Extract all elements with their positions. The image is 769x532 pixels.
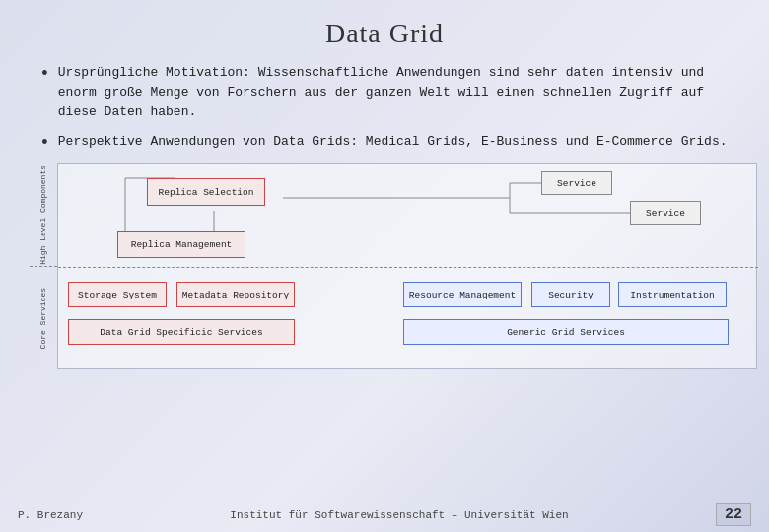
replica-selection-box: Replica Selection xyxy=(147,178,265,206)
bullet-section: • Ursprüngliche Motivation: Wissenschaft… xyxy=(30,63,739,153)
side-labels: High Level Components Core Services xyxy=(30,163,57,369)
bullet-text-2: Perspektive Anwendungen von Data Grids: … xyxy=(58,132,728,152)
diagram-inner: Replica Selection Service Service Replic… xyxy=(57,163,757,369)
footer-author: P. Brezany xyxy=(18,509,83,521)
security-box: Security xyxy=(531,282,610,307)
instrumentation-box: Instrumentation xyxy=(618,282,727,307)
side-label-top: High Level Components xyxy=(30,163,57,266)
resource-management-box: Resource Management xyxy=(403,282,522,307)
diagram-container: High Level Components Core Services xyxy=(30,163,739,379)
storage-system-box: Storage System xyxy=(68,282,167,307)
replica-management-box: Replica Management xyxy=(117,231,245,258)
generic-grid-box: Generic Grid Services xyxy=(403,319,729,345)
high-level-label: High Level Components xyxy=(38,166,48,265)
slide-title: Data Grid xyxy=(30,18,739,49)
diagram-divider xyxy=(58,267,758,268)
bullet-dot-2: • xyxy=(39,133,50,153)
footer: P. Brezany Institut für Softwarewissensc… xyxy=(0,503,769,526)
bullet-text-1: Ursprüngliche Motivation: Wissenschaftli… xyxy=(58,63,739,122)
metadata-repository-box: Metadata Repository xyxy=(176,282,295,307)
bullet-2: • Perspektive Anwendungen von Data Grids… xyxy=(39,132,739,153)
core-services-label: Core Services xyxy=(38,288,48,349)
data-grid-specific-box: Data Grid Specificic Services xyxy=(68,319,295,345)
bullet-1: • Ursprüngliche Motivation: Wissenschaft… xyxy=(39,63,739,122)
service2-box: Service xyxy=(630,201,701,225)
page-number: 22 xyxy=(716,503,751,526)
slide: Data Grid • Ursprüngliche Motivation: Wi… xyxy=(0,0,769,532)
footer-institute: Institut für Softwarewissenschaft – Univ… xyxy=(230,509,568,521)
side-label-bottom: Core Services xyxy=(30,266,57,369)
service1-box: Service xyxy=(541,171,612,195)
bullet-dot-1: • xyxy=(39,64,50,84)
